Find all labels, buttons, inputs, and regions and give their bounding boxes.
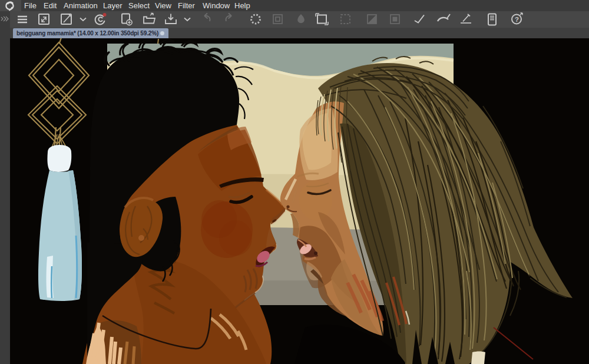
- svg-text:?: ?: [515, 16, 519, 23]
